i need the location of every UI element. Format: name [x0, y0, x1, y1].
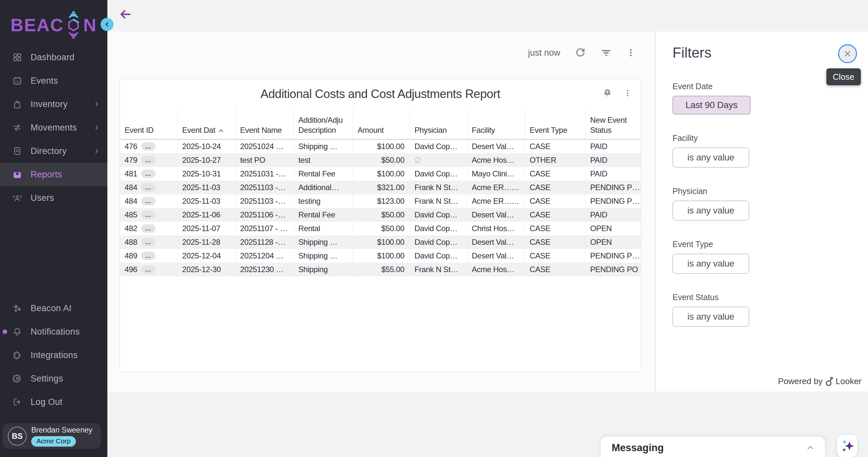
cell[interactable]: 20251106 -… — [236, 208, 294, 222]
cell[interactable]: 20251230 … — [236, 263, 294, 276]
cell[interactable]: testing — [294, 194, 353, 208]
cell[interactable]: $50.00 — [353, 208, 410, 222]
cell[interactable]: $123.00 — [353, 194, 410, 208]
sidebar-collapse-button[interactable] — [100, 18, 114, 31]
cell[interactable]: 2025-11-03 — [178, 194, 236, 208]
sidebar-item-settings[interactable]: Settings — [0, 367, 107, 390]
cell[interactable]: 2025-11-07 — [178, 222, 236, 235]
row-actions-pill[interactable]: … — [141, 224, 156, 233]
column-header-event-type[interactable]: Event Type — [525, 107, 586, 139]
cell[interactable]: Desert Val… — [467, 249, 525, 263]
cell[interactable]: PENDING P… — [586, 181, 641, 194]
filter-value-event-status[interactable]: is any value — [673, 307, 749, 327]
column-header-amount[interactable]: Amount — [353, 107, 410, 139]
cell[interactable]: CASE — [525, 222, 586, 235]
column-header-facility[interactable]: Facility — [467, 107, 525, 139]
sidebar-item-reports[interactable]: Reports — [0, 163, 107, 186]
cell[interactable]: 481… — [120, 167, 178, 181]
cell[interactable]: 2025-12-04 — [178, 249, 236, 263]
cell[interactable]: Rental Fee — [294, 167, 353, 181]
cell[interactable]: 2025-11-28 — [178, 235, 236, 249]
cell[interactable]: 482… — [120, 222, 178, 235]
cell[interactable]: $100.00 — [353, 235, 410, 249]
cell[interactable]: Desert Val… — [467, 140, 525, 153]
cell[interactable]: 20251107 - … — [236, 222, 294, 235]
column-header-new-event-status[interactable]: New EventStatus — [586, 107, 641, 139]
cell[interactable]: 476… — [120, 140, 178, 153]
cell[interactable]: Shipping … — [294, 235, 353, 249]
cell[interactable]: Frank N St… — [410, 194, 467, 208]
cell[interactable]: Acme ER…… — [467, 181, 525, 194]
cell[interactable]: $100.00 — [353, 249, 410, 263]
sidebar-item-notifications[interactable]: Notifications — [0, 320, 107, 343]
cell[interactable]: PAID — [586, 153, 641, 167]
sidebar-item-users[interactable]: Users — [0, 186, 107, 210]
ai-assistant-button[interactable] — [837, 435, 857, 457]
cell[interactable]: 20251024 … — [236, 140, 294, 153]
cell[interactable]: PENDING P… — [586, 194, 641, 208]
cell[interactable]: Desert Val… — [467, 208, 525, 222]
cell[interactable]: PAID — [586, 140, 641, 153]
cell[interactable]: 2025-11-06 — [178, 208, 236, 222]
cell[interactable]: $50.00 — [353, 222, 410, 235]
cell[interactable]: Frank N St… — [410, 181, 467, 194]
messaging-bar[interactable]: Messaging — [600, 436, 825, 457]
row-actions-pill[interactable]: … — [141, 265, 156, 274]
cell[interactable]: 484… — [120, 194, 178, 208]
sidebar-item-movements[interactable]: Movements — [0, 116, 107, 139]
cell[interactable]: Frank N St… — [410, 263, 467, 276]
cell[interactable]: 2025-10-31 — [178, 167, 236, 181]
cell[interactable]: 485… — [120, 208, 178, 222]
cell[interactable]: CASE — [525, 263, 586, 276]
cell[interactable]: 20251103 -… — [236, 181, 294, 194]
cell[interactable]: Shipping … — [294, 249, 353, 263]
cell[interactable]: 2025-10-24 — [178, 140, 236, 153]
cell[interactable]: PAID — [586, 208, 641, 222]
cell[interactable]: Additional… — [294, 181, 353, 194]
cell[interactable]: 2025-12-30 — [178, 263, 236, 276]
filters-close-button[interactable] — [838, 44, 857, 63]
cell[interactable]: PENDING PO — [586, 263, 641, 276]
cell[interactable]: test — [294, 153, 353, 167]
cell[interactable]: Shipping — [294, 263, 353, 276]
column-header-addition-adju-description[interactable]: Addition/AdjuDescription — [294, 107, 353, 139]
cell[interactable]: 484… — [120, 181, 178, 194]
cell[interactable]: 489… — [120, 249, 178, 263]
cell[interactable]: OPEN — [586, 235, 641, 249]
column-header-physician[interactable]: Physician — [410, 107, 467, 139]
cell[interactable]: David Cop… — [410, 249, 467, 263]
cell[interactable]: David Cop… — [410, 208, 467, 222]
cell[interactable]: CASE — [525, 208, 586, 222]
tile-more-menu-button[interactable] — [623, 89, 632, 98]
cell[interactable]: 20251128 -… — [236, 235, 294, 249]
cell[interactable]: David Cop… — [410, 235, 467, 249]
cell[interactable]: $100.00 — [353, 140, 410, 153]
user-profile-card[interactable]: BS Brendan Sweeney Acme Corp — [3, 423, 101, 449]
filter-value-facility[interactable]: is any value — [673, 148, 749, 167]
cell[interactable]: David Cop… — [410, 140, 467, 153]
cell[interactable]: $321.00 — [353, 181, 410, 194]
cell[interactable]: PENDING P… — [586, 249, 641, 263]
cell[interactable]: 20251031 -… — [236, 167, 294, 181]
cell[interactable]: 496… — [120, 263, 178, 276]
cell[interactable]: Rental — [294, 222, 353, 235]
row-actions-pill[interactable]: … — [141, 252, 156, 260]
cell[interactable]: David Cop… — [410, 167, 467, 181]
cell[interactable]: CASE — [525, 167, 586, 181]
filter-value-physician[interactable]: is any value — [673, 201, 749, 221]
cell[interactable]: 2025-11-03 — [178, 181, 236, 194]
column-header-event-name[interactable]: Event Name — [236, 107, 294, 139]
sidebar-item-events[interactable]: Events — [0, 69, 107, 92]
sidebar-item-inventory[interactable]: Inventory — [0, 92, 107, 116]
cell[interactable]: $55.00 — [353, 263, 410, 276]
cell[interactable]: David Cop… — [410, 222, 467, 235]
column-header-event-id[interactable]: Event ID — [120, 107, 178, 139]
cell[interactable]: PAID — [586, 167, 641, 181]
back-button[interactable] — [118, 7, 133, 22]
row-actions-pill[interactable]: … — [141, 170, 156, 178]
cell[interactable]: OPEN — [586, 222, 641, 235]
cell[interactable]: ∅ — [410, 153, 467, 167]
refresh-button[interactable] — [575, 47, 586, 59]
cell[interactable]: OTHER — [525, 153, 586, 167]
filter-value-event-type[interactable]: is any value — [673, 253, 749, 274]
